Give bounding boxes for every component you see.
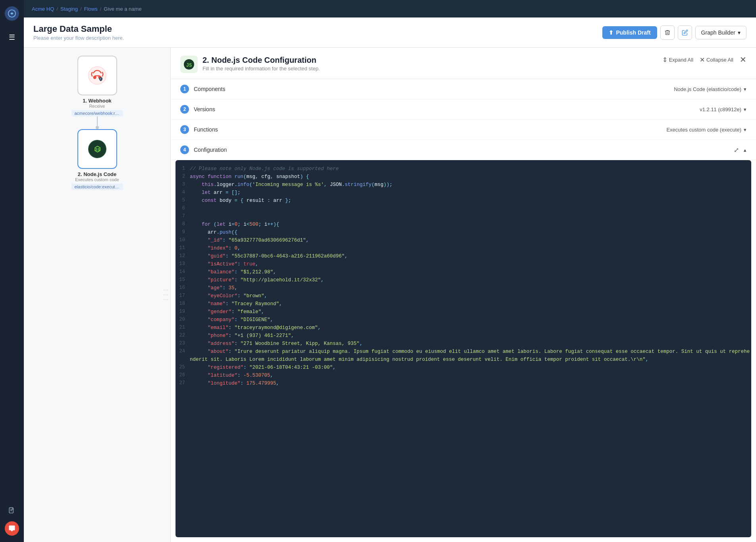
configuration-label: Configuration — [194, 147, 227, 153]
code-section: 1 // Please note only Node.js code is su… — [171, 160, 756, 542]
delete-button[interactable] — [660, 25, 675, 40]
header-actions: ⬆ Publish Draft — [602, 25, 746, 40]
functions-chevron: ▾ — [744, 127, 746, 133]
config-title-group: 2. Node.js Code Configuration Fill in th… — [202, 56, 320, 72]
functions-value-text: Executes custom code (execute) — [666, 127, 741, 133]
logo[interactable] — [5, 6, 19, 21]
versions-section-left: 2 Versions — [180, 105, 215, 114]
connector-dot — [96, 126, 99, 129]
versions-section[interactable]: 2 Versions v1.2.11 (c89912e) ▾ — [171, 99, 756, 120]
config-header-right: ⇕ Expand All ✕ Collapse All ✕ — [662, 56, 746, 64]
publish-icon: ⬆ — [609, 29, 613, 36]
close-panel-button[interactable]: ✕ — [740, 56, 746, 64]
connector-1 — [97, 116, 98, 129]
config-panel: JS 2. Node.js Code Configuration Fill in… — [171, 48, 756, 542]
code-line-6: 6 — [176, 205, 751, 213]
code-line-8: 8 for (let i=0; i<500; i++){ — [176, 221, 751, 228]
nodejs-node-badge: elasticio/code:execute@... — [71, 184, 123, 190]
publish-label: Publish Draft — [616, 29, 650, 36]
config-header: JS 2. Node.js Code Configuration Fill in… — [171, 48, 756, 79]
functions-value: Executes custom code (execute) ▾ — [666, 127, 746, 133]
svg-text:JS: JS — [94, 147, 100, 152]
menu-icon[interactable]: ☰ — [5, 30, 19, 45]
versions-chevron: ▾ — [744, 106, 746, 112]
graph-builder-label: Graph Builder — [701, 29, 735, 36]
code-line-9: 9 arr.push({ — [176, 228, 751, 236]
breadcrumb-acme[interactable]: Acme HQ — [32, 6, 54, 12]
breadcrumb: Acme HQ / Staging / Flows / Give me a na… — [32, 6, 142, 12]
section-num-3: 3 — [180, 125, 189, 134]
page-title: Large Data Sample — [33, 24, 124, 34]
drag-handle: ⋮⋮⋮ — [163, 288, 169, 302]
section-num-1: 1 — [180, 85, 189, 93]
components-chevron: ▾ — [744, 86, 746, 92]
configuration-chevron: ▴ — [744, 147, 746, 153]
components-section[interactable]: 1 Components Node.js Code (elasticio/cod… — [171, 79, 756, 99]
breadcrumb-staging[interactable]: Staging — [60, 6, 78, 12]
graph-builder-button[interactable]: Graph Builder ▾ — [695, 26, 746, 39]
webhook-node-badge: acmecore/webhook:recei... — [71, 110, 123, 116]
main-area: Acme HQ / Staging / Flows / Give me a na… — [24, 0, 756, 542]
expand-all-label: Expand All — [669, 57, 693, 63]
code-line-13: 13 "isActive": true, — [176, 260, 751, 268]
chat-icon[interactable] — [5, 521, 19, 536]
configuration-section[interactable]: 4 Configuration ⤢ ▴ — [171, 140, 756, 160]
graph-builder-chevron: ▾ — [738, 29, 741, 36]
document-icon[interactable] — [5, 504, 19, 518]
versions-value-text: v1.2.11 (c89912e) — [700, 106, 741, 112]
flow-canvas: 1. Webhook Receive acmecore/webhook:rece… — [24, 48, 171, 542]
code-line-18: 18 "name": "Tracey Raymond", — [176, 300, 751, 308]
publish-draft-button[interactable]: ⬆ Publish Draft — [602, 26, 657, 39]
config-title: 2. Node.js Code Configuration — [202, 56, 320, 65]
top-nav: Acme HQ / Staging / Flows / Give me a na… — [24, 0, 756, 17]
code-line-12: 12 "guid": "55c37887-0bc6-4643-a216-2119… — [176, 252, 751, 260]
nodejs-node-sub: Executes custom code — [75, 177, 119, 182]
functions-section-left: 3 Functions — [180, 125, 218, 134]
code-line-11: 11 "index": 0, — [176, 244, 751, 252]
code-line-25: 25 "registered": "2021-06-18T04:43:21 -0… — [176, 364, 751, 372]
code-line-17: 17 "eyeColor": "brown", — [176, 292, 751, 300]
configuration-value: ⤢ ▴ — [734, 146, 746, 154]
collapse-all-label: Collapse All — [706, 57, 733, 63]
configuration-section-left: 4 Configuration — [180, 145, 227, 154]
nodejs-node-card[interactable]: ⬡ JS — [77, 129, 117, 169]
content-wrapper: Large Data Sample Please enter your flow… — [24, 17, 756, 542]
code-editor[interactable]: 1 // Please note only Node.js code is su… — [176, 160, 751, 537]
section-num-2: 2 — [180, 105, 189, 114]
versions-value: v1.2.11 (c89912e) ▾ — [700, 106, 746, 112]
webhook-node-sub: Receive — [89, 104, 105, 108]
breadcrumb-flows[interactable]: Flows — [84, 6, 98, 12]
code-line-24: 24 "about": "Irure deserunt pariatur ali… — [176, 348, 751, 364]
code-line-23: 23 "address": "271 Woodbine Street, Kipp… — [176, 340, 751, 348]
code-line-21: 21 "email": "traceyraymond@digigene.com"… — [176, 324, 751, 332]
code-line-16: 16 "age": 35, — [176, 284, 751, 292]
code-line-10: 10 "_id": "65a9327770ad6306696276d1", — [176, 236, 751, 244]
expand-all-icon: ⇕ — [662, 56, 667, 64]
config-subtitle: Fill in the required information for the… — [202, 66, 320, 72]
code-line-22: 22 "phone": "+1 (937) 461-2271", — [176, 332, 751, 340]
components-value-text: Node.js Code (elasticio/code) — [674, 86, 741, 92]
page-header: Large Data Sample Please enter your flow… — [24, 17, 756, 48]
webhook-node-card[interactable] — [77, 56, 117, 95]
components-section-left: 1 Components — [180, 85, 225, 93]
components-value: Node.js Code (elasticio/code) ▾ — [674, 86, 746, 92]
nodejs-node-title: 2. Node.js Code — [78, 171, 117, 177]
sidebar: ☰ — [0, 0, 24, 542]
config-node-icon: JS — [180, 56, 198, 73]
collapse-all-button[interactable]: ✕ Collapse All — [700, 56, 733, 64]
code-line-20: 20 "company": "DIGIGENE", — [176, 316, 751, 324]
code-line-27: 27 "longitude": 175.479995, — [176, 379, 751, 387]
edit-button[interactable] — [678, 25, 692, 40]
functions-section[interactable]: 3 Functions Executes custom code (execut… — [171, 120, 756, 140]
code-line-15: 15 "picture": "http://placehold.it/32x32… — [176, 276, 751, 284]
code-line-5: 5 const body = { result : arr }; — [176, 197, 751, 205]
expand-code-icon: ⤢ — [734, 146, 739, 154]
section-num-4: 4 — [180, 145, 189, 154]
config-sections: 1 Components Node.js Code (elasticio/cod… — [171, 79, 756, 160]
code-line-26: 26 "latitude": -5.530705, — [176, 372, 751, 379]
breadcrumb-current: Give me a name — [104, 6, 141, 12]
webhook-node: 1. Webhook Receive acmecore/webhook:rece… — [71, 56, 123, 116]
svg-text:JS: JS — [186, 63, 192, 68]
config-header-left: JS 2. Node.js Code Configuration Fill in… — [180, 56, 320, 73]
expand-all-button[interactable]: ⇕ Expand All — [662, 56, 693, 64]
